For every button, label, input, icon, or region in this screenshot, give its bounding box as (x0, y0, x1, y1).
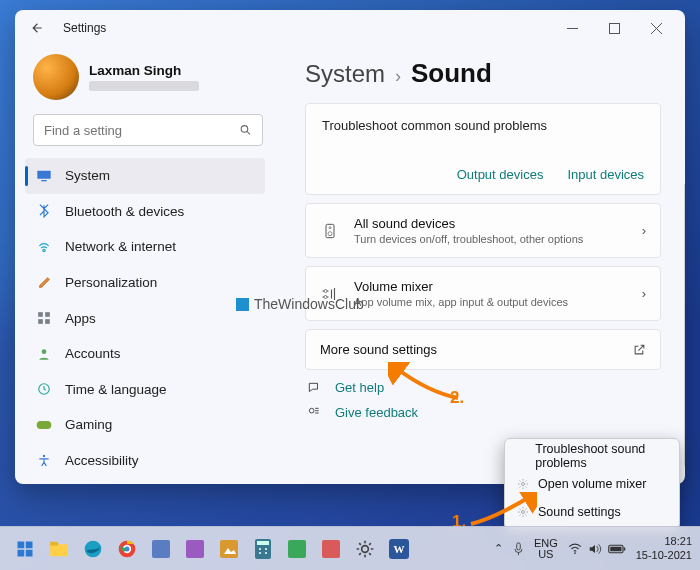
svg-rect-0 (567, 28, 578, 29)
taskbar-app-2[interactable] (178, 532, 212, 566)
more-sound-settings-row[interactable]: More sound settings (305, 329, 661, 370)
search-box[interactable] (33, 114, 263, 146)
taskbar-app-5[interactable] (314, 532, 348, 566)
svg-point-18 (324, 295, 327, 298)
sidebar-item-label: Accessibility (65, 453, 139, 468)
tray-chevron-up-icon[interactable]: ⌃ (494, 542, 503, 555)
taskbar: W ⌃ ENG US 18:21 15-10-2021 (0, 526, 700, 570)
get-help-link[interactable]: Get help (307, 380, 661, 395)
external-link-icon (633, 343, 646, 356)
svg-point-15 (328, 231, 332, 235)
svg-point-2 (241, 126, 248, 133)
user-email-redacted (89, 81, 199, 91)
search-icon (239, 123, 252, 137)
sidebar-item-time-language[interactable]: Time & language (25, 371, 265, 407)
sidebar-item-apps[interactable]: Apps (25, 300, 265, 336)
sidebar-item-gaming[interactable]: Gaming (25, 407, 265, 443)
taskbar-edge[interactable] (76, 532, 110, 566)
user-icon (35, 347, 53, 361)
troubleshoot-card: Troubleshoot common sound problems Outpu… (305, 103, 661, 195)
svg-line-3 (247, 132, 250, 135)
ctx-open-mixer[interactable]: Open volume mixer (508, 470, 676, 498)
chevron-right-icon: › (395, 66, 401, 87)
tray-volume-icon[interactable] (588, 543, 602, 555)
sidebar-item-label: Personalization (65, 275, 157, 290)
svg-rect-5 (41, 180, 46, 181)
gear-icon (516, 506, 530, 518)
user-block[interactable]: Laxman Singh (25, 48, 271, 110)
taskbar-calculator[interactable] (246, 532, 280, 566)
troubleshoot-title: Troubleshoot common sound problems (322, 118, 644, 133)
sidebar-item-label: Gaming (65, 417, 112, 432)
breadcrumb-root[interactable]: System (305, 60, 385, 88)
tray-language[interactable]: ENG US (534, 538, 558, 560)
sidebar-item-bluetooth[interactable]: Bluetooth & devices (25, 194, 265, 230)
tray-battery-icon[interactable] (608, 544, 626, 554)
svg-rect-46 (517, 542, 521, 549)
back-arrow-icon (30, 21, 44, 35)
taskbar-app-3[interactable] (212, 532, 246, 566)
ctx-sound-settings[interactable]: Sound settings (508, 498, 676, 526)
search-input[interactable] (44, 123, 239, 138)
svg-rect-33 (186, 540, 204, 558)
sidebar-item-system[interactable]: System (25, 158, 265, 194)
svg-rect-23 (26, 541, 33, 548)
taskbar-app-1[interactable] (144, 532, 178, 566)
settings-window: Settings Laxman Singh Sys (15, 10, 685, 484)
taskbar-explorer[interactable] (42, 532, 76, 566)
sidebar-item-personalization[interactable]: Personalization (25, 265, 265, 301)
chevron-right-icon: › (642, 286, 646, 301)
sidebar-item-accessibility[interactable]: Accessibility (25, 443, 265, 479)
ctx-troubleshoot[interactable]: Troubleshoot sound problems (508, 442, 676, 470)
row-title: All sound devices (354, 216, 628, 231)
svg-rect-24 (18, 549, 25, 556)
accessibility-icon (35, 453, 53, 467)
mixer-icon (320, 286, 340, 302)
svg-rect-6 (38, 312, 43, 317)
input-devices-link[interactable]: Input devices (567, 167, 644, 182)
svg-rect-41 (288, 540, 306, 558)
tray-mic-icon[interactable] (513, 542, 524, 556)
give-feedback-link[interactable]: Give feedback (307, 405, 661, 420)
svg-rect-36 (257, 541, 269, 545)
sidebar-item-network[interactable]: Network & internet (25, 229, 265, 265)
svg-rect-50 (623, 547, 625, 550)
volume-mixer-row[interactable]: Volume mixer App volume mix, app input &… (305, 266, 661, 321)
svg-point-47 (574, 552, 576, 554)
start-button[interactable] (8, 532, 42, 566)
help-icon (307, 381, 325, 395)
gear-icon (516, 478, 530, 490)
link-label: Get help (335, 380, 384, 395)
svg-rect-32 (152, 540, 170, 558)
sidebar: Laxman Singh System Bluetooth & devices (15, 46, 277, 484)
svg-rect-12 (37, 421, 52, 429)
svg-point-17 (324, 289, 327, 292)
tray-clock[interactable]: 18:21 15-10-2021 (636, 535, 692, 561)
sidebar-item-label: Network & internet (65, 239, 176, 254)
all-sound-devices-row[interactable]: All sound devices Turn devices on/off, t… (305, 203, 661, 258)
taskbar-word[interactable]: W (382, 532, 416, 566)
sidebar-item-label: Bluetooth & devices (65, 204, 184, 219)
titlebar: Settings (15, 10, 685, 46)
brush-icon (35, 275, 53, 290)
close-button[interactable] (635, 12, 677, 44)
svg-rect-27 (50, 541, 58, 545)
tray-wifi-icon[interactable] (568, 543, 582, 555)
sidebar-item-accounts[interactable]: Accounts (25, 336, 265, 372)
svg-rect-9 (45, 319, 50, 324)
taskbar-settings[interactable] (348, 532, 382, 566)
svg-rect-7 (45, 312, 50, 317)
minimize-button[interactable] (551, 12, 593, 44)
user-name: Laxman Singh (89, 63, 199, 78)
maximize-button[interactable] (593, 12, 635, 44)
back-button[interactable] (23, 14, 51, 42)
taskbar-app-4[interactable] (280, 532, 314, 566)
svg-rect-8 (38, 319, 43, 324)
svg-rect-34 (220, 540, 238, 558)
output-devices-link[interactable]: Output devices (457, 167, 544, 182)
chevron-right-icon: › (642, 223, 646, 238)
svg-rect-25 (26, 549, 33, 556)
svg-point-20 (522, 483, 525, 486)
svg-point-38 (265, 548, 267, 550)
taskbar-chrome[interactable] (110, 532, 144, 566)
